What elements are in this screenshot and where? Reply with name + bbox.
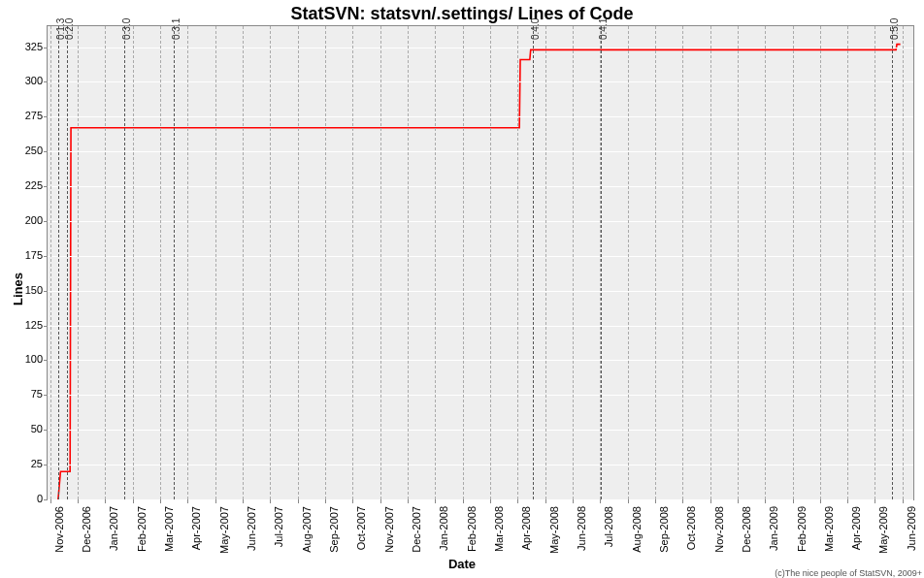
x-tick-label: Jan-2008 xyxy=(438,506,449,551)
x-tick-label: Dec-2008 xyxy=(741,506,752,553)
x-tick-label: Apr-2007 xyxy=(190,506,202,550)
data-line xyxy=(48,26,913,499)
version-marker xyxy=(601,26,602,499)
x-tick-label: Aug-2007 xyxy=(301,506,313,553)
x-tick-label: Nov-2008 xyxy=(713,506,725,553)
version-marker xyxy=(174,26,175,499)
x-tick-label: Feb-2009 xyxy=(796,506,808,552)
y-tick-label: 50 xyxy=(4,423,43,434)
x-tick-label: Nov-2006 xyxy=(53,506,65,553)
y-tick-label: 150 xyxy=(4,284,43,296)
gridline-v xyxy=(270,26,271,499)
gridline-v xyxy=(463,26,464,499)
gridline-v xyxy=(847,26,848,499)
x-tick-label: Apr-2009 xyxy=(850,506,862,550)
version-marker-label: 0.2.0 xyxy=(64,18,75,40)
gridline-h xyxy=(48,116,913,117)
gridline-v xyxy=(820,26,821,499)
y-tick-label: 300 xyxy=(4,75,43,86)
y-tick-label: 275 xyxy=(4,110,43,121)
gridline-v xyxy=(352,26,353,499)
version-marker-label: 0.4.1 xyxy=(598,18,609,40)
x-tick-label: Mar-2008 xyxy=(493,506,505,552)
gridline-h xyxy=(48,221,913,222)
gridline-v xyxy=(628,26,629,499)
y-tick-label: 250 xyxy=(4,144,43,156)
version-marker-label: 0.3.1 xyxy=(171,18,182,40)
gridline-v xyxy=(298,26,299,499)
gridline-v xyxy=(517,26,518,499)
y-tick-label: 75 xyxy=(4,388,43,400)
x-tick-label: Jun-2009 xyxy=(906,506,917,551)
gridline-h xyxy=(48,465,913,466)
chart-container: StatSVN: statsvn/.settings/ Lines of Cod… xyxy=(0,0,924,578)
x-tick-label: Oct-2008 xyxy=(685,506,697,550)
x-tick-label: Dec-2007 xyxy=(411,506,422,553)
x-tick-label: Dec-2006 xyxy=(81,506,92,553)
x-tick-label: Aug-2008 xyxy=(631,506,643,553)
y-tick-label: 175 xyxy=(4,249,43,261)
x-tick-label: May-2007 xyxy=(218,506,230,554)
x-tick-label: Jan-2009 xyxy=(768,506,779,551)
x-tick-label: Apr-2008 xyxy=(520,506,532,550)
gridline-v xyxy=(903,26,904,499)
gridline-v xyxy=(160,26,161,499)
credit-text: (c)The nice people of StatSVN, 2009+ xyxy=(775,568,922,578)
gridline-h xyxy=(48,430,913,431)
gridline-v xyxy=(874,26,875,499)
x-tick-label: Jun-2008 xyxy=(576,506,587,551)
y-tick-label: 100 xyxy=(4,353,43,365)
gridline-h xyxy=(48,186,913,187)
series-line xyxy=(58,45,901,499)
gridline-v xyxy=(105,26,106,499)
gridline-v xyxy=(490,26,491,499)
gridline-h xyxy=(48,360,913,361)
x-tick-label: Jan-2007 xyxy=(108,506,119,551)
version-marker xyxy=(892,26,893,499)
gridline-h xyxy=(48,81,913,82)
gridline-v xyxy=(133,26,134,499)
version-marker xyxy=(124,26,125,499)
gridline-v xyxy=(545,26,546,499)
x-tick-label: Feb-2008 xyxy=(466,506,478,552)
gridline-v xyxy=(243,26,244,499)
gridline-v xyxy=(380,26,381,499)
gridline-v xyxy=(435,26,436,499)
x-tick-label: May-2009 xyxy=(877,506,889,554)
gridline-v xyxy=(765,26,766,499)
gridline-v xyxy=(187,26,188,499)
x-tick-label: Jul-2007 xyxy=(273,506,284,547)
x-tick-label: Oct-2007 xyxy=(355,506,367,550)
gridline-v xyxy=(710,26,711,499)
version-marker xyxy=(533,26,534,499)
version-marker-label: 0.3.0 xyxy=(121,18,132,40)
x-tick-label: Mar-2009 xyxy=(823,506,835,552)
version-marker xyxy=(58,26,59,499)
gridline-h xyxy=(48,326,913,327)
gridline-v xyxy=(738,26,739,499)
gridline-v xyxy=(793,26,794,499)
y-tick-label: 125 xyxy=(4,319,43,331)
gridline-h xyxy=(48,256,913,257)
x-tick-label: Sep-2007 xyxy=(328,506,340,553)
gridline-h xyxy=(48,499,913,500)
gridline-h xyxy=(48,291,913,292)
gridline-v xyxy=(682,26,683,499)
gridline-v xyxy=(78,26,79,499)
x-tick-label: Nov-2007 xyxy=(383,506,395,553)
gridline-h xyxy=(48,48,913,48)
x-tick-label: Jul-2008 xyxy=(603,506,614,547)
version-marker-label: 0.4.0 xyxy=(530,18,541,40)
gridline-v xyxy=(655,26,656,499)
plot-area: 0.1.30.2.00.3.00.3.10.4.00.4.10.5.0 xyxy=(47,25,914,500)
x-tick-label: Jun-2007 xyxy=(246,506,257,551)
version-marker-label: 0.5.0 xyxy=(889,18,900,40)
gridline-v xyxy=(215,26,216,499)
y-tick-label: 25 xyxy=(4,458,43,469)
chart-title: StatSVN: statsvn/.settings/ Lines of Cod… xyxy=(0,4,924,24)
y-tick-label: 200 xyxy=(4,214,43,226)
gridline-v xyxy=(408,26,409,499)
gridline-v xyxy=(50,26,51,499)
x-tick-label: May-2008 xyxy=(548,506,560,554)
gridline-v xyxy=(325,26,326,499)
